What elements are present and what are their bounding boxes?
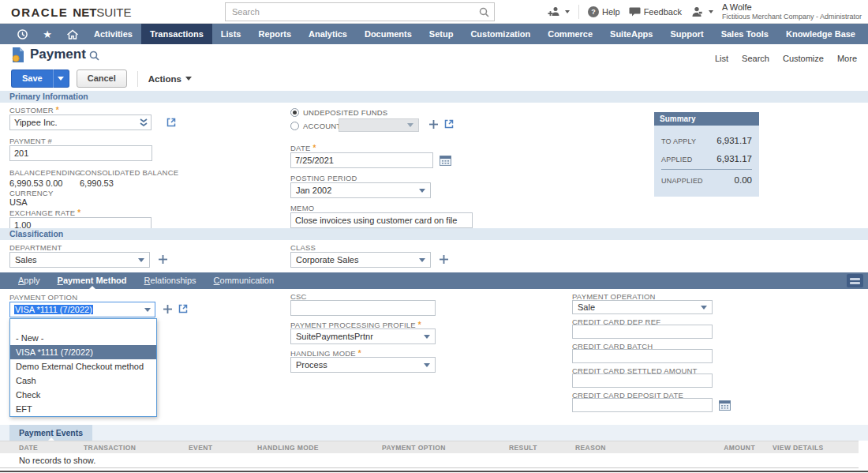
search-link[interactable]: Search [742, 54, 769, 63]
list-link[interactable]: List [715, 54, 728, 63]
balance-group: BALANCEPENDINGCONSOLIDATED BALANCE 6,990… [9, 167, 178, 188]
cc-batch-input[interactable] [572, 349, 713, 363]
memo-input[interactable] [290, 212, 473, 228]
nav-item-reports[interactable]: Reports [249, 24, 300, 44]
dropdown-option-blank[interactable] [10, 319, 156, 331]
quick-create-button[interactable] [548, 6, 570, 17]
chevron-down-icon [138, 258, 144, 262]
account-select [339, 118, 419, 132]
dropdown-option-cash[interactable]: Cash [10, 374, 156, 388]
payment-processing-profile-select[interactable]: SuitePaymentsPrtnr [290, 328, 436, 344]
dropdown-option-demo-external[interactable]: Demo External Checkout method [10, 359, 156, 374]
help-button[interactable]: Help [588, 6, 620, 17]
cc-dep-ref-input[interactable] [572, 325, 713, 339]
dropdown-option-new[interactable]: - New - [10, 331, 156, 345]
nav-item-knowledge-base[interactable]: Knowledge Base [777, 24, 864, 44]
dropdown-option-check[interactable]: Check [10, 388, 156, 402]
payment-record-icon [11, 47, 25, 65]
tab-relationships[interactable]: Relationships [136, 272, 205, 289]
add-icon[interactable] [428, 119, 439, 131]
date-input[interactable] [290, 152, 433, 168]
feedback-button[interactable]: Feedback [629, 6, 682, 17]
nav-item-documents[interactable]: Documents [356, 24, 421, 44]
cancel-button[interactable]: Cancel [77, 69, 127, 88]
dropdown-option-visa[interactable]: VISA *1111 (7/2022) [10, 345, 156, 359]
summary-row: UNAPPLIED 0.00 [661, 170, 752, 190]
primary-information-header: Primary Information [0, 91, 868, 103]
nav-item-suiteapps[interactable]: SuiteApps [601, 24, 661, 44]
posting-period-select[interactable]: Jan 2002 [290, 182, 431, 198]
tab-communication[interactable]: Communication [205, 272, 282, 289]
more-link[interactable]: More [837, 54, 857, 63]
open-record-icon[interactable] [443, 118, 455, 131]
top-bar: ORACLENETSUITE Help Feedback [0, 0, 868, 24]
memo-label: MEMO [290, 204, 314, 212]
home-icon[interactable] [60, 24, 85, 44]
class-label: CLASS [290, 243, 316, 252]
payment-events-tab[interactable]: Payment Events [9, 425, 92, 441]
recent-records-icon[interactable] [9, 24, 35, 44]
customize-link[interactable]: Customize [783, 54, 824, 63]
undeposited-funds-radio[interactable]: UNDEPOSITED FUNDS [290, 107, 387, 117]
cc-settled-amount-input[interactable] [572, 374, 713, 388]
open-record-icon[interactable] [166, 117, 177, 130]
main-nav: Activities Transactions Lists Reports An… [0, 24, 868, 44]
actions-menu-button[interactable]: Actions [148, 74, 192, 84]
payment-operation-select[interactable]: Sale [572, 300, 713, 314]
nav-item-customization[interactable]: Customization [462, 24, 539, 44]
search-icon[interactable] [479, 7, 489, 19]
column-transaction: TRANSACTION [84, 444, 189, 452]
chevron-down-icon [424, 363, 430, 367]
nav-item-activities[interactable]: Activities [85, 24, 141, 44]
calendar-icon[interactable] [719, 400, 731, 412]
column-amount: AMOUNT [716, 444, 755, 452]
department-select[interactable]: Sales [9, 252, 150, 268]
save-dropdown-button[interactable] [53, 69, 69, 88]
save-button[interactable]: Save [11, 69, 53, 88]
open-record-icon[interactable] [178, 303, 189, 316]
nav-item-sales-tools[interactable]: Sales Tools [713, 24, 777, 44]
user-icon [690, 6, 704, 18]
tab-payment-method[interactable]: Payment Method [49, 272, 136, 289]
class-select[interactable]: Corporate Sales [290, 252, 431, 268]
customer-field [9, 114, 152, 130]
divider [578, 5, 579, 19]
nav-item-support[interactable]: Support [661, 24, 712, 44]
record-search-icon[interactable] [89, 51, 99, 62]
add-icon[interactable] [158, 254, 168, 266]
global-search[interactable] [225, 2, 495, 21]
account-label: ACCOUNT [303, 122, 341, 130]
csc-input[interactable] [290, 300, 436, 316]
handling-mode-select[interactable]: Process [290, 357, 436, 373]
payment-number-input[interactable] [9, 145, 152, 161]
nav-item-lists[interactable]: Lists [212, 24, 250, 44]
nav-item-commerce[interactable]: Commerce [539, 24, 601, 44]
tab-apply[interactable]: Apply [9, 272, 49, 289]
calendar-icon[interactable] [440, 155, 451, 167]
radio-unselected-icon [290, 122, 299, 130]
shortcuts-icon[interactable] [35, 24, 60, 44]
page-title: Payment [30, 47, 86, 62]
search-input[interactable] [226, 3, 494, 21]
user-menu[interactable] [690, 6, 713, 18]
posting-period-value: Jan 2002 [296, 186, 331, 195]
payment-option-combo[interactable]: VISA *1111 (7/2022) [9, 302, 155, 317]
applied-label: APPLIED [661, 156, 692, 163]
add-icon[interactable] [163, 304, 173, 316]
balance-value: 6,990.53 [9, 178, 46, 188]
add-icon[interactable] [439, 254, 449, 266]
account-radio[interactable]: ACCOUNT [290, 121, 341, 130]
dropdown-option-eft[interactable]: EFT [10, 402, 156, 416]
payment-processing-profile-value: SuitePaymentsPrtnr [296, 332, 373, 341]
view-toggle-button[interactable] [847, 274, 863, 287]
unapplied-value: 0.00 [735, 175, 752, 185]
nav-item-setup[interactable]: Setup [421, 24, 462, 44]
customer-input[interactable] [9, 114, 152, 130]
record-tabs: Apply Payment Method Relationships Commu… [0, 272, 868, 289]
nav-item-transactions[interactable]: Transactions [141, 24, 212, 44]
cc-deposit-date-input[interactable] [572, 398, 713, 412]
select-list-icon[interactable] [139, 118, 148, 130]
nav-item-analytics[interactable]: Analytics [300, 24, 356, 44]
logo-oracle: ORACLE [11, 6, 68, 19]
oracle-netsuite-logo: ORACLENETSUITE [11, 6, 132, 19]
